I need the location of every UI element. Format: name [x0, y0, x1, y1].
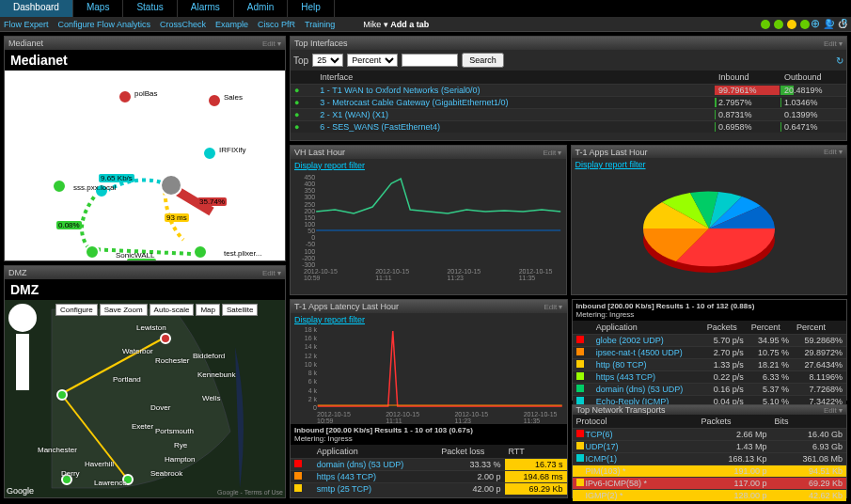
pan-control[interactable]	[8, 304, 37, 332]
interfaces-table: InterfaceInboundOutbound ● 1 - T1 WAN to…	[291, 71, 846, 133]
tool-link[interactable]: CrossCheck	[160, 20, 206, 29]
report-filter-link[interactable]: Display report filter	[291, 313, 567, 326]
zoom-control[interactable]	[16, 104, 29, 198]
table-row[interactable]: ● 3 - Metrocast Cable Gateway (GigabitEt…	[291, 97, 846, 109]
pie-chart	[615, 177, 803, 290]
edit-link[interactable]: Edit ▾	[824, 148, 843, 156]
pan-control[interactable]	[8, 74, 37, 102]
nav-tab-help[interactable]: Help	[288, 0, 335, 17]
table-row[interactable]: http (80 TCP)1.33 p/s 18.21 %27.6434%	[573, 359, 847, 371]
map-btn-auto-scale[interactable]: Auto-scale	[150, 304, 195, 316]
t1-apps-table-panel: Inbound [200.00 Kb/s] Results 1 - 10 of …	[572, 299, 848, 401]
panel-title-text: Top Interfaces	[294, 39, 348, 48]
tool-link[interactable]: Example	[215, 20, 248, 29]
t1-apps-panel: T-1 Apps Last HourEdit ▾ Display report …	[571, 145, 848, 295]
search-input[interactable]	[402, 54, 458, 67]
mode-select[interactable]: Percent	[347, 54, 398, 67]
nav-tab-maps[interactable]: Maps	[73, 0, 123, 17]
zoom-control[interactable]	[16, 334, 29, 390]
tool-link[interactable]: Flow Expert	[4, 20, 49, 29]
nav-tab-dashboard[interactable]: Dashboard	[0, 0, 73, 17]
status-dot-3	[787, 20, 796, 29]
dmz-map[interactable]: ConfigureSave ZoomAuto-scaleMapSatellite…	[5, 300, 285, 497]
refresh-icon[interactable]: ↻	[836, 55, 843, 66]
map-btn-save-zoom[interactable]: Save Zoom	[100, 304, 148, 316]
table-row[interactable]: IGMP(2) * 128.00 p42.62 Kb	[573, 490, 847, 502]
dmz-title: DMZ	[5, 279, 285, 300]
vh-chart	[315, 174, 561, 268]
refresh-icon[interactable]: ↻	[826, 17, 835, 30]
table-row[interactable]: ● 6 - SES_WANS (FastEthernet4) 0.6958% 0…	[291, 121, 846, 134]
edit-link[interactable]: Edit ▾	[544, 303, 562, 311]
status-dot-1	[761, 20, 770, 29]
panel-title-text: T-1 Apps Latency Last Hour	[294, 302, 399, 311]
table-row[interactable]: domain (dns) (53 UDP)0.16 p/s 5.37 %7.72…	[573, 384, 847, 396]
table-row[interactable]: smtp (25 TCP)42.00 p 69.29 Kb	[291, 483, 567, 496]
nav-tab-alarms[interactable]: Alarms	[178, 0, 234, 17]
table-row[interactable]: ● 1 - T1 WAN to Oxford Networks (Serial0…	[291, 85, 846, 97]
nav-tab-admin[interactable]: Admin	[234, 0, 288, 17]
medianet-panel: MedianetEdit ▾ Medianet	[4, 36, 286, 261]
add-icon[interactable]: ⊕	[811, 17, 820, 30]
report-filter-link[interactable]: Display report filter	[291, 159, 566, 172]
dmz-panel: DMZEdit ▾ DMZ ConfigureSave ZoomAuto-sca…	[4, 265, 286, 498]
table-row[interactable]: TCP(6) 2.66 Mp16.40 Gb	[573, 429, 847, 441]
map-btn-map[interactable]: Map	[196, 304, 220, 316]
table-row[interactable]: ICMP(1) 168.13 Kp361.08 Mb	[573, 453, 847, 465]
map-btn-configure[interactable]: Configure	[55, 304, 98, 316]
top-count-select[interactable]: 25	[312, 54, 343, 67]
medianet-title: Medianet	[5, 50, 285, 71]
search-button[interactable]: Search	[462, 53, 504, 68]
edit-link[interactable]: Edit ▾	[262, 269, 281, 277]
edit-link[interactable]: Edit ▾	[262, 39, 281, 48]
panel-title-text: T-1 Apps Last Hour	[575, 148, 648, 157]
panel-title-text: Medianet	[8, 39, 43, 48]
table-row[interactable]: domain (dns) (53 UDP)33.33 % 16.73 s	[291, 459, 567, 471]
transports-panel: Top Network TransportsEdit ▾ ProtocolPac…	[572, 404, 848, 498]
nav-tab-status[interactable]: Status	[123, 0, 177, 17]
tool-link[interactable]: Training	[305, 20, 335, 29]
top-interfaces-panel: Top InterfacesEdit ▾ Top 25 Percent Sear…	[290, 36, 847, 141]
status-dot-4	[800, 20, 810, 29]
report-filter-link[interactable]: Display report filter	[572, 158, 847, 171]
table-row[interactable]: IPv6-ICMP(58) * 117.00 p69.29 Kb	[573, 478, 847, 490]
help-icon[interactable]: ?	[841, 17, 847, 30]
map-btn-satellite[interactable]: Satellite	[222, 304, 258, 316]
vh-panel: VH Last HourEdit ▾ Display report filter…	[290, 145, 567, 295]
edit-link[interactable]: Edit ▾	[824, 406, 843, 415]
medianet-map[interactable]: polBasSalesIRFIXifysss.pxx.localSonicWAL…	[5, 71, 285, 260]
status-dot-2	[774, 20, 783, 29]
panel-title-text: Top Network Transports	[576, 405, 666, 415]
edit-link[interactable]: Edit ▾	[824, 39, 843, 48]
tool-link[interactable]: Configure Flow Analytics	[58, 20, 151, 29]
panel-title-text: DMZ	[8, 268, 27, 277]
table-row[interactable]: UDP(17) 1.43 Mp6.93 Gb	[573, 441, 847, 453]
t1-latency-panel: T-1 Apps Latency Last HourEdit ▾ Display…	[290, 299, 568, 498]
toolbar: Flow ExpertConfigure Flow AnalyticsCross…	[0, 17, 851, 32]
latency-chart	[317, 326, 563, 411]
main-nav: DashboardMapsStatusAlarmsAdminHelp	[0, 0, 851, 17]
table-row[interactable]: https (443 TCP)0.22 p/s 6.33 %8.1196%	[573, 371, 847, 384]
tool-link[interactable]: Cisco PfR	[258, 20, 295, 29]
table-row[interactable]: globe (2002 UDP)5.70 p/s 34.95 %59.2868%	[573, 335, 847, 347]
table-row[interactable]: ipsec-nat-t (4500 UDP)2.70 p/s 10.75 %29…	[573, 347, 847, 359]
table-row[interactable]: PIM(103) * 191.00 p94.51 Kb	[573, 465, 847, 478]
table-row[interactable]: https (443 TCP)2.00 p 194.68 ms	[291, 471, 567, 483]
edit-link[interactable]: Edit ▾	[543, 149, 561, 157]
table-row[interactable]: ● 2 - X1 (WAN) (X1) 0.8731% 0.1399%	[291, 109, 846, 121]
panel-title-text: VH Last Hour	[294, 148, 345, 157]
